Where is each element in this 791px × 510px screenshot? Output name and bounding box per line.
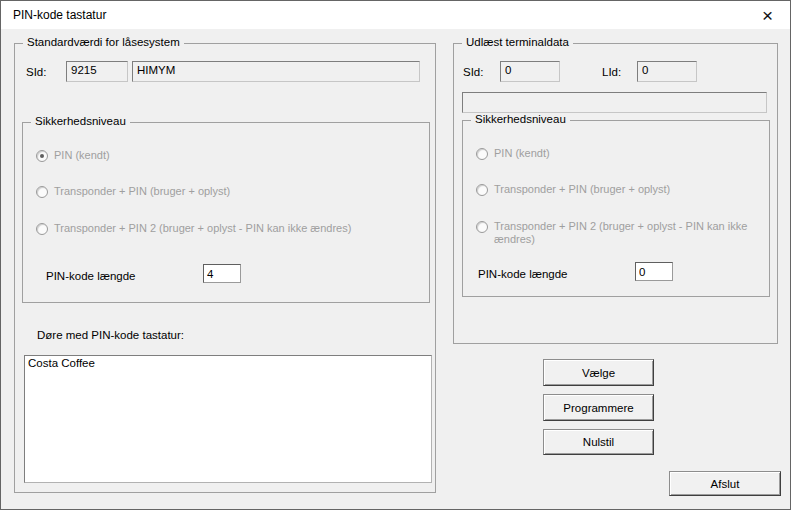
terminal-name-field <box>462 92 767 113</box>
program-button[interactable]: Programmere <box>543 394 654 421</box>
sid-label: SId: <box>26 65 46 79</box>
radio-pin-known-left <box>36 150 48 162</box>
radio-label: Transponder + PIN (bruger + oplyst) <box>54 185 364 198</box>
close-button[interactable]: × <box>745 1 790 29</box>
radio-row: Transponder + PIN 2 (bruger + oplyst - P… <box>36 222 364 235</box>
pin-length-input-left[interactable] <box>203 264 241 283</box>
group-security-level-left-title: Sikkerhedsniveau <box>31 115 130 127</box>
radio-label: Transponder + PIN 2 (bruger + oplyst - P… <box>494 220 772 246</box>
radio-transponder-pin-left <box>36 186 48 198</box>
pin-length-label-right: PIN-kode længde <box>478 267 568 281</box>
window-title: PIN-kode tastatur <box>13 8 106 22</box>
pin-length-input-right[interactable] <box>635 262 673 281</box>
group-terminal-data: Udlæst terminaldata SId: 0 LId: 0 Sikker… <box>453 43 778 344</box>
group-security-level-right-title: Sikkerhedsniveau <box>471 113 570 125</box>
reset-button[interactable]: Nulstil <box>543 429 654 455</box>
group-terminal-data-title: Udlæst terminaldata <box>462 36 573 48</box>
group-security-level-left: Sikkerhedsniveau PIN (kendt) Transponder… <box>22 122 430 303</box>
pin-length-label-left: PIN-kode længde <box>46 269 136 283</box>
doors-listbox[interactable]: Costa Coffee <box>24 355 432 483</box>
terminal-lid-field: 0 <box>637 61 697 82</box>
doors-label: Døre med PIN-kode tastatur: <box>37 328 184 342</box>
exit-button[interactable]: Afslut <box>669 471 781 496</box>
radio-row: Transponder + PIN (bruger + oplyst) <box>36 185 364 198</box>
sid-field: 9215 <box>66 61 128 82</box>
radio-pin-known-right <box>476 148 488 160</box>
radio-label: Transponder + PIN (bruger + oplyst) <box>494 183 772 196</box>
select-button[interactable]: Vælge <box>543 359 654 386</box>
close-icon: × <box>762 6 773 25</box>
group-standard-values: Standardværdi for låsesystem SId: 9215 H… <box>14 43 436 493</box>
radio-transponder-pin2-right <box>476 221 488 233</box>
list-item-door[interactable]: Costa Coffee <box>25 356 431 370</box>
radio-label: PIN (kendt) <box>54 149 364 162</box>
group-standard-values-title: Standardværdi for låsesystem <box>23 36 184 48</box>
radio-row: PIN (kendt) <box>36 149 364 162</box>
terminal-sid-label: SId: <box>463 65 483 79</box>
radio-label: PIN (kendt) <box>494 147 772 160</box>
title-bar: PIN-kode tastatur × <box>1 1 790 29</box>
dialog-body: Standardværdi for låsesystem SId: 9215 H… <box>1 29 790 509</box>
lock-system-name-field: HIMYM <box>132 61 420 82</box>
radio-row: Transponder + PIN (bruger + oplyst) <box>476 183 772 196</box>
radio-transponder-pin2-left <box>36 223 48 235</box>
radio-row: PIN (kendt) <box>476 147 772 160</box>
terminal-sid-field: 0 <box>500 61 560 82</box>
radio-label: Transponder + PIN 2 (bruger + oplyst - P… <box>54 222 364 235</box>
pin-code-keypad-dialog: PIN-kode tastatur × Standardværdi for lå… <box>0 0 791 510</box>
radio-row: Transponder + PIN 2 (bruger + oplyst - P… <box>476 220 772 246</box>
terminal-lid-label: LId: <box>602 65 621 79</box>
radio-transponder-pin-right <box>476 184 488 196</box>
group-security-level-right: Sikkerhedsniveau PIN (kendt) Transponder… <box>462 120 770 297</box>
